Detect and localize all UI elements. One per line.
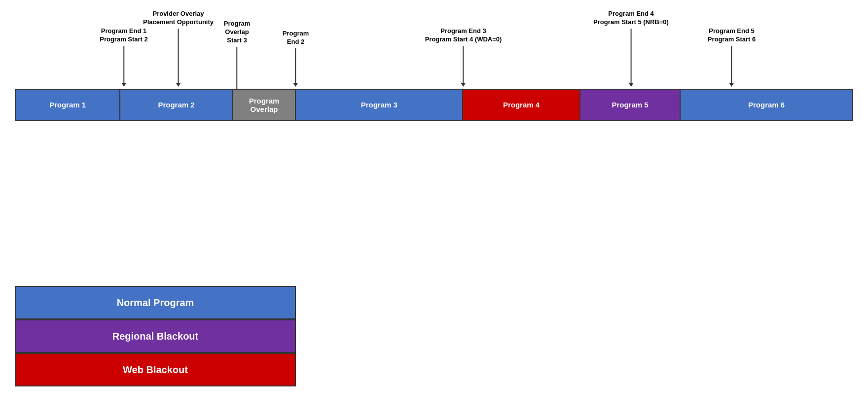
annotations-area: Provider Overlay Placement OpportunityPr… [15, 10, 853, 89]
legend-web-blackout: Web Blackout [15, 353, 296, 386]
annotation-program-end5-start6: Program End 5 Program Start 6 [708, 27, 756, 87]
annotation-program-end4-start5: Program End 4 Program Start 5 (NRB=0) [593, 10, 669, 87]
segment-program5: Program 5 [580, 90, 681, 120]
segment-program1: Program 1 [16, 90, 120, 120]
annotation-program-overlap-start3: Program Overlap Start 3 [224, 20, 250, 95]
legend-web-label: Web Blackout [123, 364, 188, 376]
annotation-program-end3-start4: Program End 3 Program Start 4 (WDA=0) [425, 27, 502, 87]
segment-program2: Program 2 [120, 90, 233, 120]
legend: Normal Program Regional Blackout Web Bla… [15, 286, 296, 386]
segment-program6: Program 6 [681, 90, 852, 120]
annotation-program-end1-start2: Program End 1 Program Start 2 [100, 27, 148, 87]
diagram-container: Provider Overlay Placement OpportunityPr… [15, 10, 853, 121]
legend-normal-label: Normal Program [117, 297, 194, 309]
legend-regional-label: Regional Blackout [112, 331, 198, 342]
segment-program3: Program 3 [296, 90, 463, 120]
legend-normal-program: Normal Program [15, 286, 296, 319]
legend-regional-blackout: Regional Blackout [15, 319, 296, 353]
timeline: Program 1Program 2Program OverlapProgram… [15, 89, 853, 121]
annotation-program-end2: Program End 2 [283, 30, 309, 87]
annotation-provider-overlay: Provider Overlay Placement Opportunity [143, 10, 214, 87]
segment-program4: Program 4 [463, 90, 580, 120]
segment-overlap: Program Overlap [233, 90, 296, 120]
